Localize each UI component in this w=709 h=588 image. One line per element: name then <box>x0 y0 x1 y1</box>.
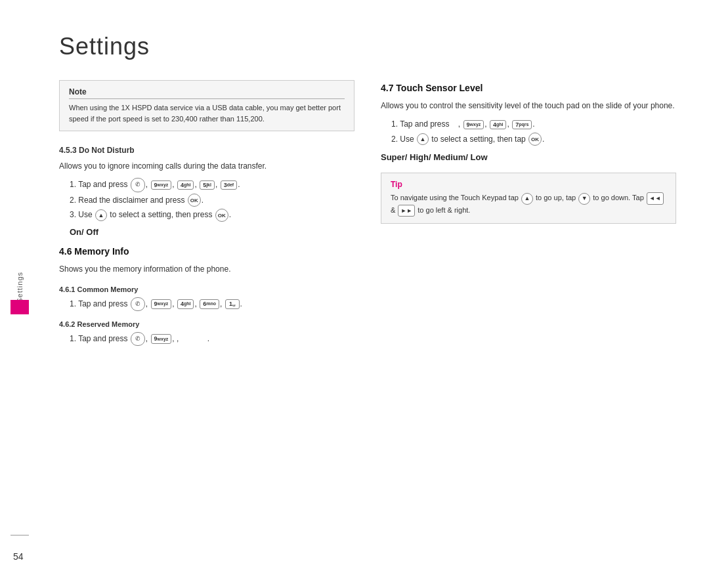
tip-box: Tip To navigate using the Touch Keypad t… <box>381 173 676 224</box>
key-nav-up: ▲ <box>95 209 107 221</box>
key-left-tip: ◄◄ <box>647 192 664 204</box>
key-7pqrs-47: 7pqrs <box>512 120 532 130</box>
page-title: Settings <box>59 33 676 60</box>
step-47-2: 2. Use ▲ to select a setting, then tap O… <box>381 133 676 146</box>
sidebar-text: Settings <box>16 272 24 303</box>
note-text: When using the 1X HSPD data service via … <box>69 102 345 124</box>
main-content: Settings Note When using the 1X HSPD dat… <box>39 0 709 588</box>
tap-press-462: Tap and press <box>78 334 127 343</box>
sidebar: Settings 54 <box>0 0 39 588</box>
page-number: 54 <box>13 551 24 562</box>
key-5jkl: 5jkl <box>200 180 215 190</box>
tap-press-47: Tap and press <box>400 119 449 129</box>
key-phone-462: ✆ <box>131 332 145 346</box>
tip-title: Tip <box>391 180 666 189</box>
key-nav-up-tip: ▲ <box>521 193 533 205</box>
key-ok-47: OK <box>528 133 542 146</box>
key-3def: 3def <box>221 180 238 190</box>
section-453-header: 4.5.3 Do Not Disturb <box>59 146 354 155</box>
key-6mno-461: 6mno <box>200 299 219 309</box>
key-nav-down-tip: ▼ <box>578 193 590 205</box>
step-453-2: 2. Read the disclaimer and press OK. <box>59 194 354 207</box>
on-off-label: On/ Off <box>70 227 354 237</box>
note-box: Note When using the 1X HSPD data service… <box>59 80 354 131</box>
key-9wxyz: 9wxyz <box>151 180 172 190</box>
section-453-body: Allows you to ignore incoming calls duri… <box>59 160 354 173</box>
key-9wxyz-462: 9wxyz <box>151 334 172 344</box>
section-46-header: 4.6 Memory Info <box>59 246 354 257</box>
key-4ghi-47: 4ghi <box>490 120 507 130</box>
right-column: 4.7 Touch Sensor Level Allows you to con… <box>381 80 676 562</box>
section-453-steps: 1. Tap and press ✆, 9wxyz, 4ghi, 5jkl, 3… <box>59 178 354 222</box>
left-column: Note When using the 1X HSPD data service… <box>59 80 354 562</box>
key-4ghi: 4ghi <box>177 180 194 190</box>
step-453-3: 3. Use ▲ to select a setting, then press… <box>59 208 354 222</box>
section-47-steps: 1. Tap and press , 9wxyz, 4ghi, 7pqrs. 2… <box>381 117 676 146</box>
step-453-1: 1. Tap and press ✆, 9wxyz, 4ghi, 5jkl, 3… <box>59 178 354 192</box>
two-col-layout: Note When using the 1X HSPD data service… <box>59 80 676 562</box>
key-9wxyz-47: 9wxyz <box>463 120 484 130</box>
section-47-header: 4.7 Touch Sensor Level <box>381 83 676 93</box>
super-high-label: Super/ High/ Medium/ Low <box>381 152 676 162</box>
sidebar-bar <box>11 300 29 314</box>
tap-press-461: Tap and press <box>78 299 127 308</box>
key-phone-461: ✆ <box>131 297 145 311</box>
section-462-steps: 1. Tap and press ✆, 9wxyz, , . <box>59 332 354 346</box>
section-46-body: Shows you the memory information of the … <box>59 263 354 276</box>
note-title: Note <box>69 87 345 99</box>
page-container: Settings 54 Settings Note When using the… <box>0 0 709 588</box>
key-1-461: 1␣ <box>225 299 240 309</box>
key-4ghi-461: 4ghi <box>177 299 194 309</box>
section-47-body: Allows you to control the sensitivity le… <box>381 100 676 112</box>
step-462-1: 1. Tap and press ✆, 9wxyz, , . <box>59 332 354 346</box>
key-9wxyz-461: 9wxyz <box>151 299 172 309</box>
tip-text: To navigate using the Touch Keypad tap ▲… <box>391 192 666 217</box>
step-461-1: 1. Tap and press ✆, 9wxyz, 4ghi, 6mno, 1… <box>59 297 354 311</box>
step-47-1: 1. Tap and press , 9wxyz, 4ghi, 7pqrs. <box>381 117 676 131</box>
key-phone-icon: ✆ <box>131 178 145 192</box>
section-461-steps: 1. Tap and press ✆, 9wxyz, 4ghi, 6mno, 1… <box>59 297 354 311</box>
section-462-header: 4.6.2 Reserved Memory <box>59 320 354 328</box>
key-nav-47: ▲ <box>417 133 429 145</box>
section-461-header: 4.6.1 Common Memory <box>59 285 354 293</box>
key-ok-2: OK <box>215 209 228 222</box>
key-right-tip: ►► <box>398 205 415 217</box>
key-ok-1: OK <box>188 194 201 207</box>
sidebar-line <box>11 535 29 536</box>
tap-press-label: Tap and press <box>78 180 127 189</box>
